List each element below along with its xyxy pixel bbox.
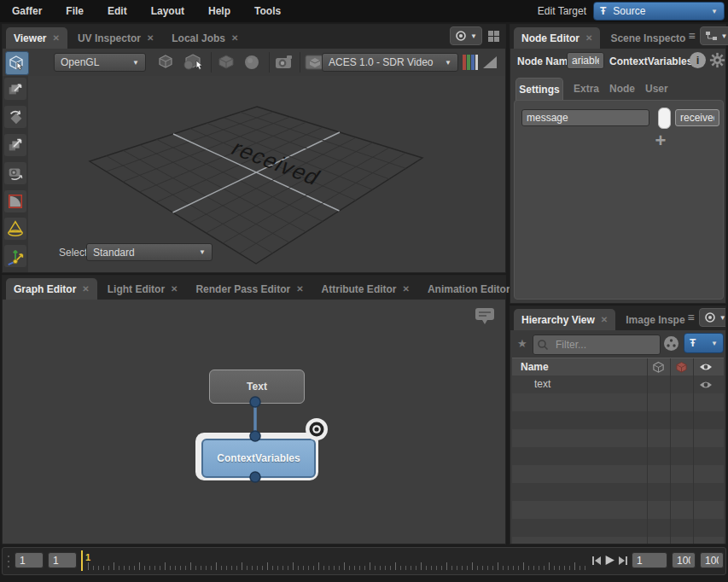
go-to-start-button[interactable]: [591, 556, 602, 566]
hierarchy-row-text[interactable]: text: [512, 375, 724, 393]
frame-input[interactable]: [632, 552, 667, 568]
close-icon[interactable]: ✕: [403, 284, 410, 294]
empty-row: [512, 393, 724, 411]
gear-icon[interactable]: [708, 51, 726, 69]
rotate-tool-button[interactable]: [4, 106, 26, 128]
rgb-channels-icon[interactable]: [463, 54, 479, 71]
graph-canvas[interactable]: Text ContextVariables: [3, 300, 505, 544]
tab-render-pass-editor[interactable]: Render Pass Editor ✕: [188, 278, 311, 300]
tab-scene-inspector-truncated[interactable]: Scene Inspecto: [603, 27, 685, 49]
add-variable-button[interactable]: +: [651, 131, 670, 150]
tab-attribute-editor[interactable]: Attribute Editor ✕: [314, 278, 417, 300]
menu-layout[interactable]: Layout: [139, 0, 196, 22]
variable-value-input[interactable]: [675, 109, 719, 126]
shading-cube-icon[interactable]: [218, 55, 235, 70]
edit-scope-dropdown[interactable]: Ŧ ▼: [684, 333, 724, 353]
close-icon[interactable]: ✕: [52, 33, 59, 43]
shaded-sphere-icon[interactable]: [243, 54, 260, 71]
viewport-3d[interactable]: received Select Standard ▼: [28, 76, 505, 272]
close-icon[interactable]: ✕: [585, 33, 592, 43]
total-frames-input[interactable]: [700, 552, 724, 568]
hamburger-icon[interactable]: ≡: [688, 311, 695, 323]
hamburger-icon[interactable]: ≡: [688, 30, 695, 42]
tab-extra[interactable]: Extra: [574, 83, 599, 95]
menu-gaffer[interactable]: Gaffer: [0, 0, 54, 22]
close-icon[interactable]: ✕: [296, 284, 303, 294]
menu-tools[interactable]: Tools: [242, 0, 293, 22]
select-mode-dropdown[interactable]: Standard ▼: [86, 243, 213, 261]
set-membership-icon[interactable]: [663, 335, 679, 352]
hierarchy-table-header[interactable]: Name: [512, 358, 724, 377]
selection-tool-button[interactable]: [5, 51, 29, 75]
go-to-end-button[interactable]: [618, 556, 628, 566]
chevron-down-icon: ▼: [470, 32, 477, 40]
crop-window-tool-button[interactable]: [4, 190, 26, 212]
bullseye-icon: [455, 30, 467, 42]
current-frame-input[interactable]: [48, 552, 77, 568]
menu-help[interactable]: Help: [196, 0, 242, 22]
close-icon[interactable]: ✕: [171, 284, 178, 294]
layout-grid-icon[interactable]: [487, 30, 500, 43]
drag-handle[interactable]: [7, 555, 10, 568]
toolbar-divider: [211, 52, 212, 73]
focus-target-dropdown[interactable]: ▼: [450, 26, 482, 45]
translate-tool-button[interactable]: [4, 78, 26, 100]
tab-node[interactable]: Node: [609, 83, 635, 95]
transform-gizmo-button[interactable]: [4, 245, 26, 267]
edit-target-dropdown[interactable]: Ŧ Source ▼: [593, 2, 725, 20]
camera-icon[interactable]: [274, 54, 294, 70]
cube-cursor-icon: [9, 55, 26, 72]
info-icon[interactable]: i: [690, 52, 706, 68]
edit-scope-funnel-icon: Ŧ: [600, 5, 606, 17]
plug-out-dot[interactable]: [248, 470, 262, 484]
plug-out-dot[interactable]: [248, 395, 262, 409]
editor-focus-dropdown[interactable]: ▼: [700, 26, 728, 45]
eye-icon[interactable]: [699, 380, 713, 390]
tab-settings[interactable]: Settings: [515, 78, 563, 101]
frame-ruler[interactable]: [88, 548, 590, 573]
tab-viewer[interactable]: Viewer ✕: [6, 27, 67, 49]
display-transform-dropdown[interactable]: ACES 1.0 - SDR Video ▼: [322, 53, 458, 72]
light-tool-button[interactable]: [4, 218, 26, 240]
tab-image-inspector-truncated[interactable]: Image Inspe: [618, 309, 684, 330]
menu-edit[interactable]: Edit: [96, 0, 139, 22]
play-button[interactable]: [604, 555, 615, 566]
tab-uv-inspector[interactable]: UV Inspector ✕: [70, 27, 161, 49]
variable-name-input[interactable]: [521, 109, 649, 126]
focus-node-bullseye-icon[interactable]: [305, 417, 329, 441]
camera-tool-button[interactable]: [4, 162, 26, 184]
tab-light-editor[interactable]: Light Editor ✕: [100, 278, 186, 300]
renderer-dropdown[interactable]: OpenGL ▼: [54, 53, 146, 72]
tab-user[interactable]: User: [645, 83, 668, 95]
viewer-tabbar: Viewer ✕ UV Inspector ✕ Local Jobs ✕ ▼: [3, 25, 505, 49]
gradient-triangle-icon[interactable]: [482, 55, 498, 69]
close-icon[interactable]: ✕: [147, 33, 154, 43]
menubar: Gaffer File Edit Layout Help Tools Edit …: [0, 0, 728, 22]
close-icon[interactable]: ✕: [82, 284, 89, 294]
range-end-input[interactable]: [672, 552, 696, 568]
range-start-input[interactable]: [15, 552, 44, 568]
tab-node-editor[interactable]: Node Editor ✕: [514, 27, 600, 49]
timeline: 1: [2, 547, 726, 575]
tab-graph-editor[interactable]: Graph Editor ✕: [6, 278, 97, 300]
scale-tool-button[interactable]: [4, 134, 26, 156]
close-icon[interactable]: ✕: [601, 315, 608, 324]
hierarchy-focus-dropdown[interactable]: ▼: [699, 308, 726, 327]
filter-input[interactable]: [551, 337, 652, 352]
viewer-panel: Viewer ✕ UV Inspector ✕ Local Jobs ✕ ▼: [2, 24, 506, 273]
node-name-input[interactable]: [567, 52, 604, 69]
bookmark-star-icon[interactable]: ★: [517, 337, 527, 350]
close-icon[interactable]: ✕: [231, 33, 238, 43]
plug-in-dot[interactable]: [248, 429, 262, 443]
playhead[interactable]: [81, 550, 83, 571]
expansion-cube-icon[interactable]: [156, 54, 175, 71]
light-cone-icon: [6, 219, 25, 238]
enabled-toggle[interactable]: [658, 108, 671, 129]
select-objects-icon[interactable]: [182, 53, 206, 72]
tab-label: Node Editor: [521, 32, 579, 44]
settings-body: +: [514, 100, 724, 300]
menu-file[interactable]: File: [54, 0, 96, 22]
tab-local-jobs[interactable]: Local Jobs ✕: [164, 27, 246, 49]
tab-hierarchy-view[interactable]: Hierarchy View ✕: [514, 309, 615, 330]
hierarchy-view-panel: Hierarchy View ✕ Image Inspe ≡ ▼ ★: [510, 306, 726, 544]
